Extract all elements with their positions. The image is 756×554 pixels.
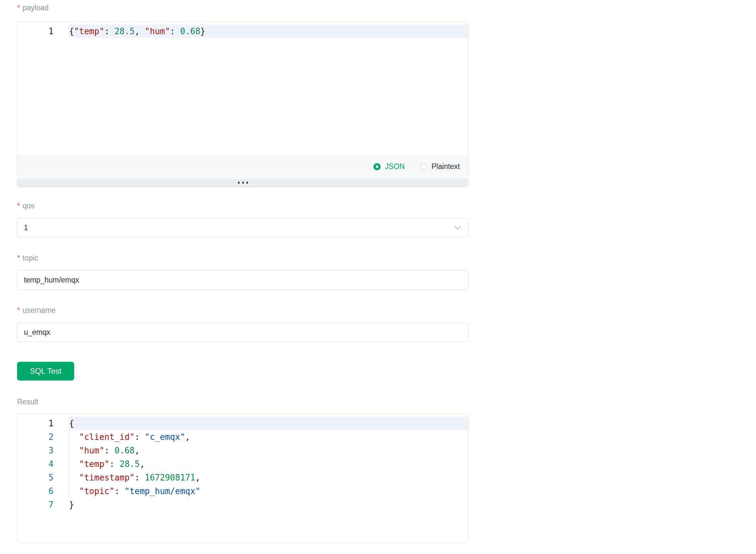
payload-code-area[interactable]: 1{"temp": 28.5, "hum": 0.68}: [17, 22, 468, 155]
code-line-text: "client_id": "c_emqx",: [69, 430, 468, 444]
indent-guide: [69, 430, 69, 498]
payload-editor: 1{"temp": 28.5, "hum": 0.68} JSON Plaint…: [17, 21, 469, 178]
radio-plaintext-label: Plaintext: [432, 162, 460, 171]
username-input[interactable]: [17, 323, 469, 342]
line-number: 1: [17, 417, 69, 430]
topic-label: * topic: [17, 254, 469, 263]
radio-json-label: JSON: [385, 162, 404, 171]
code-line: 7}: [17, 498, 468, 511]
code-line: 6 "topic": "temp_hum/emqx": [17, 484, 468, 498]
qos-label-text: qos: [22, 201, 35, 210]
line-number: 3: [17, 444, 69, 457]
line-number: 4: [17, 457, 69, 471]
topic-label-text: topic: [22, 254, 38, 263]
format-radio-plaintext[interactable]: Plaintext: [420, 162, 460, 171]
username-label: * username: [17, 306, 469, 315]
format-radio-json[interactable]: JSON: [374, 162, 404, 171]
required-asterisk: *: [17, 3, 20, 12]
code-line: 3 "hum": 0.68,: [17, 444, 468, 457]
code-line: 4 "temp": 28.5,: [17, 457, 468, 471]
code-line-text: {: [69, 417, 468, 430]
payload-label-text: payload: [22, 3, 49, 12]
code-line-text: "hum": 0.68,: [69, 444, 468, 457]
code-line: 2 "client_id": "c_emqx",: [17, 430, 468, 444]
line-number: 6: [17, 484, 69, 498]
resize-handle-dot: [247, 181, 248, 184]
result-editor: 1{2 "client_id": "c_emqx",3 "hum": 0.68,…: [17, 414, 469, 543]
qos-select-value: 1: [24, 223, 28, 232]
code-line: 1{"temp": 28.5, "hum": 0.68}: [17, 24, 468, 38]
resize-handle-dot: [238, 181, 239, 184]
code-line: 1{: [17, 417, 468, 430]
qos-label: * qos: [17, 201, 469, 210]
code-line-text: "timestamp": 1672908171,: [69, 471, 468, 484]
sql-test-button[interactable]: SQL Test: [17, 362, 74, 381]
code-line-text: "temp": 28.5,: [69, 457, 468, 471]
required-asterisk: *: [17, 201, 20, 210]
code-line-text: {"temp": 28.5, "hum": 0.68}: [69, 24, 468, 38]
qos-select[interactable]: 1: [17, 218, 469, 237]
line-number: 1: [17, 24, 69, 38]
result-label-text: Result: [17, 397, 38, 406]
required-asterisk: *: [17, 306, 20, 315]
radio-unselected-icon: [420, 163, 427, 170]
payload-label: * payload: [17, 3, 469, 12]
resize-handle-dot: [242, 181, 244, 184]
line-number: 5: [17, 471, 69, 484]
line-number: 2: [17, 430, 69, 444]
line-number: 7: [17, 498, 69, 511]
required-asterisk: *: [17, 254, 20, 263]
code-line-text: }: [69, 498, 468, 511]
result-label: Result: [17, 397, 469, 406]
topic-input[interactable]: [17, 270, 469, 290]
code-line: 5 "timestamp": 1672908171,: [17, 471, 468, 484]
radio-selected-icon: [374, 163, 381, 170]
sql-test-panel: * payload 1{"temp": 28.5, "hum": 0.68} J…: [0, 0, 756, 543]
payload-format-bar: JSON Plaintext: [17, 155, 468, 177]
result-code-area[interactable]: 1{2 "client_id": "c_emqx",3 "hum": 0.68,…: [17, 414, 468, 511]
code-line-text: "topic": "temp_hum/emqx": [69, 484, 468, 498]
chevron-down-icon: [453, 223, 463, 232]
editor-resize-handle[interactable]: [17, 179, 469, 186]
username-label-text: username: [22, 306, 55, 315]
